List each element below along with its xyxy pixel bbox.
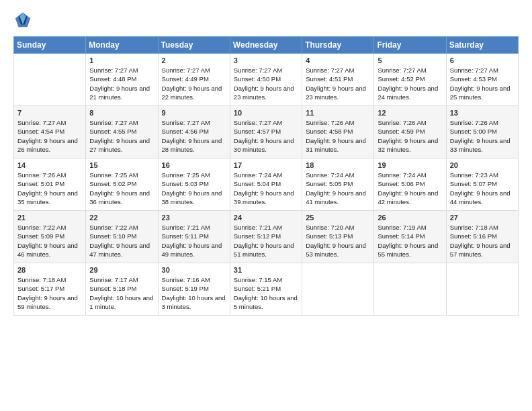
- week-row-4: 21Sunrise: 7:22 AMSunset: 5:09 PMDayligh…: [14, 211, 519, 263]
- sunset-text: Sunset: 5:06 PM: [378, 179, 442, 188]
- daylight-text: Daylight: 9 hours and 31 minutes.: [306, 136, 370, 154]
- day-info: Sunrise: 7:20 AMSunset: 5:13 PMDaylight:…: [306, 223, 370, 259]
- day-info: Sunrise: 7:26 AMSunset: 5:01 PMDaylight:…: [17, 171, 82, 206]
- sunset-text: Sunset: 5:12 PM: [234, 232, 298, 240]
- sunset-text: Sunset: 5:19 PM: [162, 284, 226, 293]
- sunset-text: Sunset: 4:55 PM: [89, 127, 154, 136]
- calendar-cell: 15Sunrise: 7:25 AMSunset: 5:02 PMDayligh…: [86, 158, 158, 211]
- day-info: Sunrise: 7:27 AMSunset: 4:52 PMDaylight:…: [378, 66, 442, 101]
- page: SundayMondayTuesdayWednesdayThursdayFrid…: [0, 0, 532, 411]
- sunset-text: Sunset: 5:01 PM: [17, 179, 82, 188]
- day-info: Sunrise: 7:23 AMSunset: 5:07 PMDaylight:…: [450, 171, 515, 206]
- week-row-3: 14Sunrise: 7:26 AMSunset: 5:01 PMDayligh…: [14, 158, 519, 211]
- daylight-text: Daylight: 9 hours and 38 minutes.: [162, 189, 226, 207]
- day-info: Sunrise: 7:25 AMSunset: 5:03 PMDaylight:…: [162, 171, 226, 206]
- day-number: 3: [234, 56, 298, 64]
- sunrise-text: Sunrise: 7:22 AM: [17, 223, 82, 232]
- header: [13, 11, 519, 30]
- day-number: 18: [306, 161, 370, 169]
- sunrise-text: Sunrise: 7:21 AM: [162, 223, 226, 232]
- calendar-cell: [374, 263, 446, 316]
- daylight-text: Daylight: 9 hours and 35 minutes.: [17, 189, 82, 207]
- sunset-text: Sunset: 5:18 PM: [89, 284, 154, 293]
- daylight-text: Daylight: 9 hours and 44 minutes.: [450, 189, 515, 207]
- day-number: 26: [378, 214, 442, 222]
- day-info: Sunrise: 7:27 AMSunset: 4:56 PMDaylight:…: [162, 118, 226, 154]
- sunset-text: Sunset: 5:03 PM: [162, 179, 226, 188]
- daylight-text: Daylight: 9 hours and 59 minutes.: [17, 293, 82, 312]
- calendar-cell: 5Sunrise: 7:27 AMSunset: 4:52 PMDaylight…: [374, 54, 446, 106]
- day-info: Sunrise: 7:19 AMSunset: 5:14 PMDaylight:…: [378, 223, 442, 259]
- day-number: 19: [378, 161, 442, 169]
- day-number: 11: [306, 109, 370, 117]
- calendar-cell: 22Sunrise: 7:22 AMSunset: 5:10 PMDayligh…: [86, 211, 158, 263]
- day-number: 7: [17, 109, 82, 117]
- logo-icon: [13, 11, 32, 30]
- daylight-text: Daylight: 9 hours and 24 minutes.: [378, 84, 442, 102]
- day-info: Sunrise: 7:22 AMSunset: 5:10 PMDaylight:…: [89, 223, 154, 259]
- day-info: Sunrise: 7:24 AMSunset: 5:04 PMDaylight:…: [234, 171, 298, 206]
- day-info: Sunrise: 7:15 AMSunset: 5:21 PMDaylight:…: [234, 275, 298, 311]
- sunrise-text: Sunrise: 7:24 AM: [306, 171, 370, 179]
- col-header-wednesday: Wednesday: [230, 37, 302, 54]
- sunrise-text: Sunrise: 7:23 AM: [450, 171, 515, 179]
- sunset-text: Sunset: 5:05 PM: [306, 179, 370, 188]
- day-info: Sunrise: 7:24 AMSunset: 5:06 PMDaylight:…: [378, 171, 442, 206]
- day-info: Sunrise: 7:27 AMSunset: 4:53 PMDaylight:…: [450, 66, 515, 101]
- day-info: Sunrise: 7:27 AMSunset: 4:51 PMDaylight:…: [306, 66, 370, 101]
- calendar-cell: 27Sunrise: 7:18 AMSunset: 5:16 PMDayligh…: [446, 211, 518, 263]
- day-number: 22: [89, 214, 154, 222]
- sunset-text: Sunset: 5:10 PM: [89, 232, 154, 240]
- sunrise-text: Sunrise: 7:27 AM: [17, 118, 82, 127]
- calendar-cell: 30Sunrise: 7:16 AMSunset: 5:19 PMDayligh…: [158, 263, 230, 316]
- calendar-cell: 29Sunrise: 7:17 AMSunset: 5:18 PMDayligh…: [86, 263, 158, 316]
- calendar-cell: 24Sunrise: 7:21 AMSunset: 5:12 PMDayligh…: [230, 211, 302, 263]
- sunrise-text: Sunrise: 7:21 AM: [234, 223, 298, 232]
- day-number: 23: [162, 214, 226, 222]
- sunrise-text: Sunrise: 7:20 AM: [306, 223, 370, 232]
- sunrise-text: Sunrise: 7:27 AM: [89, 66, 154, 75]
- sunset-text: Sunset: 5:04 PM: [234, 179, 298, 188]
- daylight-text: Daylight: 9 hours and 21 minutes.: [89, 84, 154, 102]
- day-number: 13: [450, 109, 515, 117]
- day-number: 5: [378, 56, 442, 64]
- calendar-cell: 1Sunrise: 7:27 AMSunset: 4:48 PMDaylight…: [86, 54, 158, 106]
- calendar-cell: 16Sunrise: 7:25 AMSunset: 5:03 PMDayligh…: [158, 158, 230, 211]
- daylight-text: Daylight: 9 hours and 23 minutes.: [306, 84, 370, 102]
- sunrise-text: Sunrise: 7:24 AM: [378, 171, 442, 179]
- calendar-cell: 7Sunrise: 7:27 AMSunset: 4:54 PMDaylight…: [14, 106, 86, 158]
- calendar-cell: 20Sunrise: 7:23 AMSunset: 5:07 PMDayligh…: [446, 158, 518, 211]
- sunset-text: Sunset: 5:02 PM: [89, 179, 154, 188]
- sunset-text: Sunset: 4:53 PM: [450, 75, 515, 83]
- sunrise-text: Sunrise: 7:18 AM: [17, 275, 82, 284]
- daylight-text: Daylight: 10 hours and 5 minutes.: [234, 293, 298, 312]
- sunrise-text: Sunrise: 7:26 AM: [450, 118, 515, 127]
- sunset-text: Sunset: 5:17 PM: [17, 284, 82, 293]
- daylight-text: Daylight: 9 hours and 46 minutes.: [17, 241, 82, 259]
- day-info: Sunrise: 7:24 AMSunset: 5:05 PMDaylight:…: [306, 171, 370, 206]
- calendar-cell: 13Sunrise: 7:26 AMSunset: 5:00 PMDayligh…: [446, 106, 518, 158]
- daylight-text: Daylight: 10 hours and 3 minutes.: [162, 293, 226, 312]
- day-info: Sunrise: 7:27 AMSunset: 4:57 PMDaylight:…: [234, 118, 298, 154]
- calendar-cell: 21Sunrise: 7:22 AMSunset: 5:09 PMDayligh…: [14, 211, 86, 263]
- daylight-text: Daylight: 9 hours and 27 minutes.: [89, 136, 154, 154]
- calendar-cell: 3Sunrise: 7:27 AMSunset: 4:50 PMDaylight…: [230, 54, 302, 106]
- week-row-1: 1Sunrise: 7:27 AMSunset: 4:48 PMDaylight…: [14, 54, 519, 106]
- sunrise-text: Sunrise: 7:27 AM: [450, 66, 515, 75]
- col-header-friday: Friday: [374, 37, 446, 54]
- sunrise-text: Sunrise: 7:27 AM: [234, 66, 298, 75]
- calendar-cell: 2Sunrise: 7:27 AMSunset: 4:49 PMDaylight…: [158, 54, 230, 106]
- day-info: Sunrise: 7:18 AMSunset: 5:16 PMDaylight:…: [450, 223, 515, 259]
- sunset-text: Sunset: 4:58 PM: [306, 127, 370, 136]
- daylight-text: Daylight: 9 hours and 51 minutes.: [234, 241, 298, 259]
- day-number: 10: [234, 109, 298, 117]
- sunset-text: Sunset: 5:07 PM: [450, 179, 515, 188]
- day-number: 12: [378, 109, 442, 117]
- sunrise-text: Sunrise: 7:24 AM: [234, 171, 298, 179]
- daylight-text: Daylight: 9 hours and 22 minutes.: [162, 84, 226, 102]
- daylight-text: Daylight: 9 hours and 28 minutes.: [162, 136, 226, 154]
- calendar-cell: 14Sunrise: 7:26 AMSunset: 5:01 PMDayligh…: [14, 158, 86, 211]
- day-number: 31: [234, 266, 298, 274]
- day-number: 17: [234, 161, 298, 169]
- sunrise-text: Sunrise: 7:22 AM: [89, 223, 154, 232]
